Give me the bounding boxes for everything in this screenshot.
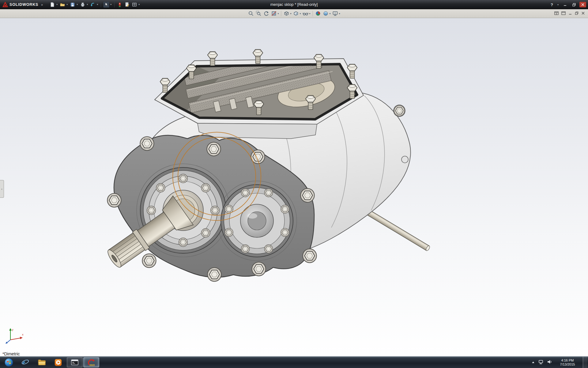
zoom-to-area-icon[interactable]: [255, 10, 262, 17]
volume-tray-icon[interactable]: [547, 359, 552, 366]
rebuild-button[interactable]: [116, 1, 123, 8]
dome-highlight: [247, 213, 257, 219]
solidworks-icon: 2015: [87, 358, 96, 367]
section-view-dropdown[interactable]: ▾: [277, 12, 279, 15]
help-dropdown-arrow[interactable]: ▾: [557, 3, 559, 6]
undo-dropdown-arrow[interactable]: ▾: [97, 3, 98, 6]
doc-restore-icon[interactable]: [575, 11, 579, 16]
save-dropdown-arrow[interactable]: ▾: [77, 3, 78, 6]
internet-explorer-icon: e: [21, 358, 29, 366]
select-button[interactable]: [103, 1, 110, 8]
command-prompt-icon: [71, 358, 79, 366]
folder-icon: [38, 358, 46, 366]
clock-date: 7/13/2015: [555, 362, 580, 366]
view-settings-icon[interactable]: [332, 10, 339, 17]
network-tray-icon[interactable]: [538, 359, 544, 366]
edit-appearance-icon[interactable]: [315, 10, 322, 17]
display-style-icon[interactable]: [292, 10, 300, 17]
select-dropdown-arrow[interactable]: ▾: [110, 3, 111, 6]
featuremanager-collapsed-tab[interactable]: ‹: [0, 180, 4, 198]
orientation-triad: y x: [5, 326, 27, 344]
view-orientation-icon[interactable]: [283, 10, 290, 17]
restore-button[interactable]: [571, 2, 577, 7]
housing-knob[interactable]: [401, 156, 408, 163]
brand-text: SOLIDWORKS: [9, 2, 38, 7]
hidden-icons-chevron[interactable]: [531, 360, 535, 365]
window-title: menjac sklop * [Read-only]: [270, 2, 318, 7]
file-properties-button[interactable]: [124, 1, 130, 8]
help-button[interactable]: ?: [548, 2, 555, 7]
view-orientation-label: *Dimetric: [2, 351, 20, 356]
taskbar: e 2015: [0, 356, 588, 368]
close-button[interactable]: [579, 2, 586, 7]
options-dropdown-arrow[interactable]: ▾: [138, 3, 140, 6]
taskbar-solidworks-2015[interactable]: 2015: [83, 357, 99, 367]
show-desktop-button[interactable]: [583, 357, 587, 368]
taskbar-command-prompt[interactable]: [67, 357, 83, 367]
solidworks-logo: SOLIDWORKS »: [0, 0, 46, 9]
taskbar-windows-explorer[interactable]: [34, 357, 50, 367]
headsup-separator: [281, 11, 281, 16]
triad-y-label: y: [12, 328, 13, 331]
apply-scene-icon[interactable]: [322, 10, 330, 17]
windows-start-icon: [4, 358, 13, 367]
hide-show-items-icon[interactable]: [302, 10, 309, 17]
taskbar-empty-space: [100, 357, 531, 368]
new-document-button[interactable]: [49, 1, 56, 8]
view-orientation-dropdown[interactable]: ▾: [290, 12, 291, 15]
minimize-button[interactable]: [562, 2, 568, 7]
taskbar-internet-explorer[interactable]: e: [17, 357, 33, 367]
document-window-controls: [554, 9, 585, 18]
print-button[interactable]: [79, 1, 86, 8]
taskbar-media-player[interactable]: [50, 357, 66, 367]
gearbox-model[interactable]: [0, 18, 588, 356]
zoom-to-fit-icon[interactable]: [247, 10, 254, 17]
display-style-dropdown[interactable]: ▾: [300, 12, 301, 15]
system-tray: 4:16 PM 7/13/2015: [531, 357, 588, 368]
doc-minimize-icon[interactable]: [568, 11, 572, 16]
doc-close-icon[interactable]: [581, 11, 585, 16]
clock-time: 4:16 PM: [555, 358, 580, 362]
tile-windows-icon[interactable]: [561, 11, 566, 16]
solidworks-year-badge: 2015: [89, 364, 95, 366]
taskbar-clock[interactable]: 4:16 PM 7/13/2015: [555, 358, 580, 366]
ds-logo-icon: [2, 2, 8, 7]
undo-button[interactable]: [89, 1, 96, 8]
headsup-separator: [313, 11, 313, 16]
new-window-icon[interactable]: [554, 11, 559, 16]
graphics-viewport[interactable]: ‹ y x *Dimetric: [0, 18, 588, 356]
apply-scene-dropdown[interactable]: ▾: [330, 12, 331, 15]
start-button[interactable]: [1, 357, 17, 367]
headsup-view-toolbar: ▾ ▾ ▾ ▾ ▾ ▾: [247, 9, 341, 18]
toolbar-separator: [101, 2, 101, 7]
section-view-icon[interactable]: [270, 10, 277, 17]
options-button[interactable]: [131, 1, 138, 8]
hide-show-items-dropdown[interactable]: ▾: [309, 12, 311, 15]
view-settings-dropdown[interactable]: ▾: [339, 12, 340, 15]
toolbar-separator: [114, 2, 115, 7]
media-player-icon: [54, 358, 62, 366]
main-toolbar: ▾ ▾ ▾ ▾ ▾ ▾ ▾: [49, 1, 141, 8]
document-bar: ▾ ▾ ▾ ▾ ▾ ▾: [0, 9, 588, 18]
open-dropdown-arrow[interactable]: ▾: [66, 3, 68, 6]
triad-x-label: x: [22, 333, 24, 336]
save-button[interactable]: [69, 1, 76, 8]
output-boss[interactable]: [221, 185, 293, 257]
previous-view-icon[interactable]: [262, 10, 270, 17]
toolbar-overflow-chevron[interactable]: »: [41, 3, 43, 6]
new-dropdown-arrow[interactable]: ▾: [56, 3, 58, 6]
title-bar: SOLIDWORKS » ▾ ▾ ▾ ▾ ▾ ▾ ▾ me: [0, 0, 588, 9]
print-dropdown-arrow[interactable]: ▾: [87, 3, 88, 6]
open-button[interactable]: [59, 1, 66, 8]
window-controls: ? ▾: [548, 0, 586, 9]
housing-side-bolt[interactable]: [394, 105, 405, 117]
